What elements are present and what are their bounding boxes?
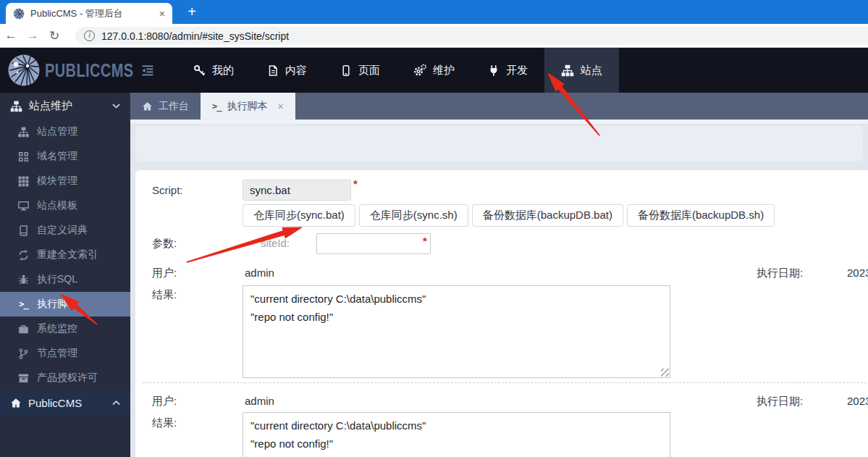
file-icon [267,64,279,77]
home-icon [10,398,22,408]
result-label: 结果: [152,416,177,430]
sidebar-item-rebuild-index[interactable]: 重建全文索引 [0,243,130,267]
nav-item-content[interactable]: 内容 [250,48,324,93]
result-textarea[interactable]: "current directory C:\data\publiccms" "r… [243,286,670,377]
workspace-tabstrip: 工作台 >_ 执行脚本 × [130,93,868,120]
sidebar-item-label: 重建全文索引 [37,248,98,261]
record-divider [143,382,868,383]
toolbar-panel [135,126,863,162]
user-label: 用户: [152,267,177,280]
tab-label: 执行脚本 [227,100,267,113]
book-icon [17,225,30,236]
sidebar-item-site-management[interactable]: 站点管理 [0,120,130,144]
result-textarea-wrap: "current directory C:\data\publiccms" "r… [243,412,670,457]
sidebar-item-label: 节点管理 [37,347,77,360]
sidebar-item-site-template[interactable]: 站点模板 [0,193,130,218]
key-icon [193,64,206,77]
sidebar: 站点维护 站点管理 [0,93,130,457]
sidebar-item-system-monitor[interactable]: 系统监控 [0,316,130,341]
sidebar-item-module-management[interactable]: 模块管理 [0,169,130,193]
sidebar-footer-label: PublicCMS [28,397,82,409]
grid-icon [17,176,30,187]
sitemap-icon [561,64,574,77]
exec-date-label: 执行日期: [757,267,803,280]
browser-titlebar: PublicCMS - 管理后台 × + [0,0,868,24]
result-textarea[interactable]: "current directory C:\data\publiccms" "r… [243,413,670,457]
publiccms-logo-icon [8,54,40,86]
info-icon[interactable]: i [84,30,95,41]
tab-workbench[interactable]: 工作台 [130,93,201,120]
gears-icon [413,64,426,77]
sitemap-icon [10,101,22,112]
terminal-icon: >_ [17,299,30,309]
script-button-sync-bat[interactable]: 仓库同步(sync.bat) [243,204,355,227]
tab-close-icon[interactable]: × [159,8,165,20]
tab-close-icon[interactable]: × [277,101,283,112]
nav-item-page[interactable]: 页面 [324,48,397,93]
forward-icon[interactable]: → [22,28,43,43]
nav-item-develop[interactable]: 开发 [471,48,544,93]
nav-item-label: 站点 [581,64,602,77]
sidebar-item-label: 站点管理 [37,125,77,138]
sidebar-section-title[interactable]: 站点维护 [0,93,130,120]
result-label: 结果: [152,288,177,302]
user-value: admin [245,267,274,279]
browser-tab[interactable]: PublicCMS - 管理后台 × [6,3,172,24]
browser-tab-title: PublicCMS - 管理后台 [30,7,153,20]
briefcase-icon [17,324,30,335]
tab-label: 工作台 [159,100,189,113]
nav-item-maintain[interactable]: 维护 [397,48,471,93]
new-tab-button[interactable]: + [181,1,203,22]
sidebar-item-product-license[interactable]: 产品授权许可 [0,366,130,390]
sidebar-item-node-management[interactable]: 节点管理 [0,341,130,366]
chevron-up-icon [112,401,120,406]
result-textarea-wrap: "current directory C:\data\publiccms" "r… [243,285,670,378]
sidebar-item-execute-sql[interactable]: 执行SQL [0,267,130,292]
exec-date-value: 2023 [847,395,868,407]
code-branch-icon [17,348,30,359]
user-value: admin [245,395,274,407]
nav-item-label: 维护 [433,64,455,77]
param-input[interactable] [316,233,431,254]
script-buttons-row: 仓库同步(sync.bat) 仓库同步(sync.sh) 备份数据库(backu… [243,204,775,227]
reload-icon[interactable]: ↻ [43,28,65,43]
main-content: Script: * 仓库同步(sync.bat) 仓库同步(sync.sh) 备… [130,120,868,457]
refresh-icon [17,250,30,261]
nav-item-my[interactable]: 我的 [177,48,250,93]
sidebar-item-label: 域名管理 [37,150,77,163]
nav-item-label: 我的 [212,64,234,77]
sidebar-section-label: 站点维护 [29,99,72,113]
sidebar-item-domain-management[interactable]: 域名管理 [0,144,130,169]
mobile-icon [340,64,352,77]
sidebar-item-execute-script[interactable]: >_ 执行脚本 [0,292,130,316]
sidebar-item-label: 自定义词典 [37,224,88,237]
back-icon[interactable]: ← [0,28,22,43]
nav-item-site[interactable]: 站点 [544,48,619,93]
content-top-strip [130,120,868,124]
sidebar-item-label: 产品授权许可 [37,372,98,385]
url-text: 127.0.0.1:8080/admin/#site_sysSite/scrip… [101,30,289,42]
sidebar-item-label: 系统监控 [37,322,77,335]
sidebar-item-custom-dictionary[interactable]: 自定义词典 [0,218,130,243]
script-button-backupdb-bat[interactable]: 备份数据库(backupDB.bat) [472,204,623,227]
tab-execute-script[interactable]: >_ 执行脚本 × [201,93,295,120]
sidebar-item-label: 站点模板 [37,199,77,212]
script-input[interactable] [243,180,351,201]
bug-icon [17,274,30,285]
nav-item-label: 页面 [358,64,380,77]
param-field-label: siteId: [261,237,290,249]
required-asterisk: * [353,177,358,190]
script-button-backupdb-sh[interactable]: 备份数据库(backupDB.sh) [627,204,775,227]
home-icon [142,101,153,112]
param-label: 参数: [152,237,177,251]
menu-toggle-icon[interactable] [140,48,158,93]
chevron-down-icon [112,104,120,109]
script-button-sync-sh[interactable]: 仓库同步(sync.sh) [359,204,468,227]
required-asterisk: * [423,235,427,247]
sidebar-footer-publiccms[interactable]: PublicCMS [0,390,130,415]
address-bar[interactable]: i 127.0.0.1:8080/admin/#site_sysSite/scr… [75,27,868,45]
sidebar-item-label: 执行SQL [37,273,77,286]
screen: PublicCMS - 管理后台 × + ← → ↻ i 127.0.0.1:8… [0,0,868,457]
sidebar-item-label: 模块管理 [37,175,77,188]
script-label: Script: [152,184,183,196]
